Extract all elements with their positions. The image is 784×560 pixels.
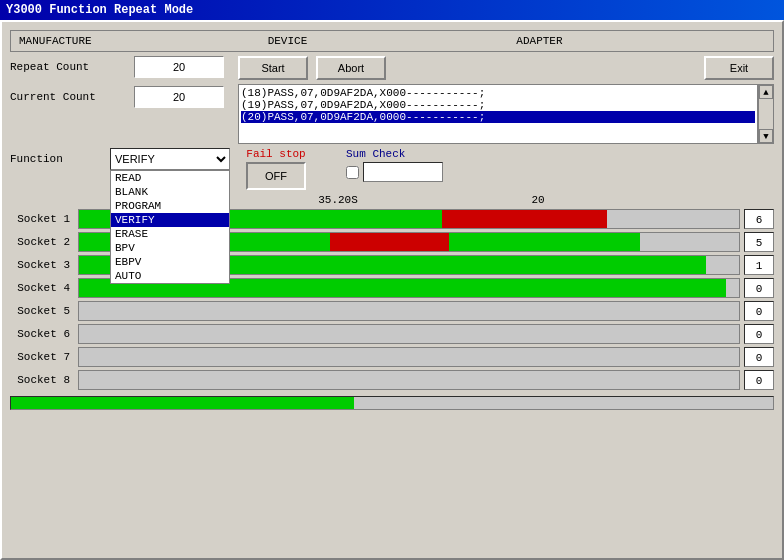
socket-label-3: Socket 3 [10,259,70,271]
current-count-row: Current Count [10,86,230,108]
window-title: Y3000 Function Repeat Mode [6,3,193,17]
dropdown-blank[interactable]: BLANK [111,185,229,199]
manufacture-label: MANUFACTURE [19,35,268,47]
bottom-progress-fill [11,397,354,409]
dropdown-bpv[interactable]: BPV [111,241,229,255]
socket-count-6: 0 [744,324,774,344]
main-window: MANUFACTURE DEVICE ADAPTER Repeat Count … [0,20,784,560]
socket-row-6: Socket 60 [10,324,774,344]
socket-row-7: Socket 70 [10,347,774,367]
socket-row-5: Socket 50 [10,301,774,321]
bottom-progress-bar [10,396,774,410]
log-area: (18)PASS,07,0D9AF2DA,X000-----------; (1… [238,84,758,144]
function-row: Function VERIFY READ BLANK PROGRAM VERIF… [10,148,230,170]
socket-bar-8 [78,370,740,390]
function-dropdown[interactable]: READ BLANK PROGRAM VERIFY ERASE BPV EBPV… [110,170,230,284]
dropdown-auto[interactable]: AUTO [111,269,229,283]
socket-bar-6 [78,324,740,344]
socket-label-5: Socket 5 [10,305,70,317]
sum-check-label: Sum Check [346,148,405,160]
current-count-label: Current Count [10,91,130,103]
socket-row-8: Socket 80 [10,370,774,390]
socket-count-2: 5 [744,232,774,252]
socket-count-8: 0 [744,370,774,390]
function-select-wrapper[interactable]: VERIFY READ BLANK PROGRAM VERIFY ERASE B… [110,148,230,170]
header-bar: MANUFACTURE DEVICE ADAPTER [10,30,774,52]
socket-count-1: 6 [744,209,774,229]
socket-label-6: Socket 6 [10,328,70,340]
dropdown-erase[interactable]: ERASE [111,227,229,241]
socket-count-7: 0 [744,347,774,367]
function-label: Function [10,153,106,165]
log-line-0: (18)PASS,07,0D9AF2DA,X000-----------; [241,87,755,99]
dropdown-program[interactable]: PROGRAM [111,199,229,213]
repeat-count-input[interactable] [134,56,224,78]
socket-count-4: 0 [744,278,774,298]
socket-bar-5 [78,301,740,321]
socket-label-7: Socket 7 [10,351,70,363]
log-line-1: (19)PASS,07,0D9AF2DA,X000-----------; [241,99,755,111]
socket-label-8: Socket 8 [10,374,70,386]
sum-check-area: Sum Check [346,148,443,182]
exit-button[interactable]: Exit [704,56,774,80]
socket-label-2: Socket 2 [10,236,70,248]
sum-check-row [346,162,443,182]
socket-count-5: 0 [744,301,774,321]
start-button[interactable]: Start [238,56,308,80]
off-button[interactable]: OFF [246,162,306,190]
socket-label-1: Socket 1 [10,213,70,225]
function-select[interactable]: VERIFY [110,148,230,170]
current-count-input[interactable] [134,86,224,108]
dropdown-read[interactable]: READ [111,171,229,185]
repeat-count-label: Repeat Count [10,61,130,73]
socket-count-3: 1 [744,255,774,275]
adapter-label: ADAPTER [516,35,765,47]
dropdown-ebpv[interactable]: EBPV [111,255,229,269]
log-scrollbar[interactable]: ▲ ▼ [758,84,774,144]
socket-bar-7 [78,347,740,367]
sum-check-checkbox[interactable] [346,166,359,179]
title-bar: Y3000 Function Repeat Mode [0,0,784,20]
socket-label-4: Socket 4 [10,282,70,294]
timer-display: 35.20S [238,194,438,206]
fail-stop-label: Fail stop [246,148,305,160]
abort-button[interactable]: Abort [316,56,386,80]
log-line-2: (20)PASS,07,0D9AF2DA,0000-----------; [241,111,755,123]
device-label: DEVICE [268,35,517,47]
fail-stop-area: Fail stop OFF [246,148,306,190]
dropdown-verify[interactable]: VERIFY [111,213,229,227]
sum-check-input[interactable] [363,162,443,182]
repeat-count-row: Repeat Count [10,56,230,78]
repeat-display: 20 [438,194,638,206]
